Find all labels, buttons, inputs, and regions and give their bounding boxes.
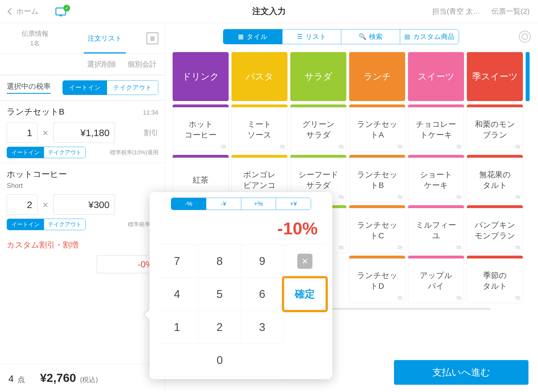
settings-button[interactable]: [519, 31, 531, 43]
bag-icon: 🛍: [397, 295, 403, 301]
mode--¥[interactable]: -¥: [206, 198, 241, 210]
bag-icon: 🛍: [280, 143, 285, 150]
product-tile[interactable]: ミート ソース🛍: [231, 104, 287, 152]
item-takeout-button[interactable]: テイクアウト: [44, 219, 85, 230]
product-tile[interactable]: アップル パイ🛍: [408, 256, 464, 303]
product-tile[interactable]: ランチセッ トC🛍: [349, 205, 405, 253]
product-label: ランチセッ トA: [357, 119, 398, 140]
proceed-payment-button[interactable]: 支払いへ進む: [394, 360, 528, 385]
key-backspace[interactable]: ×: [284, 245, 326, 278]
item-takeout-button[interactable]: テイクアウト: [44, 147, 85, 158]
product-label: ボンゴレ ビアンコ: [243, 169, 276, 191]
category-tile[interactable]: スイーツ: [408, 52, 464, 101]
key-8[interactable]: 8: [198, 245, 241, 278]
item-tax-segment: イートイン テイクアウト: [7, 147, 86, 158]
bag-icon: 🛍: [456, 143, 462, 150]
view-list-button[interactable]: ☰リスト: [282, 29, 341, 44]
product-tile[interactable]: ショート ケーキ🛍: [408, 155, 464, 202]
product-label: ミート ソース: [247, 119, 272, 140]
category-tile[interactable]: ランチ: [349, 52, 405, 101]
product-tile[interactable]: ランチセッ トB🛍: [349, 155, 405, 202]
cart-qty: 4: [8, 373, 14, 384]
eatin-button[interactable]: イートイン: [63, 81, 107, 95]
key-1[interactable]: 1: [156, 311, 198, 344]
product-label: ランチセッ トD: [357, 270, 398, 291]
cart-total: ¥2,760: [40, 371, 76, 385]
list-icon: ☰: [297, 33, 303, 40]
page-title: 注文入力: [252, 6, 286, 17]
tab-slip-info[interactable]: 伝票情報 1名: [0, 23, 70, 53]
view-custom-button[interactable]: ▤カスタム商品: [400, 29, 459, 44]
bag-icon: 🛍: [338, 143, 344, 150]
view-tile-button[interactable]: ▦タイル: [223, 29, 282, 44]
delete-selection-button[interactable]: 選択削除: [87, 59, 116, 69]
category-tile[interactable]: サラダ: [290, 52, 346, 101]
product-tile[interactable]: 季節の タルト🛍: [467, 256, 523, 303]
tickets-link[interactable]: 伝票一覧(2): [491, 6, 530, 16]
category-tile[interactable]: パスタ: [231, 52, 287, 101]
key-7[interactable]: 7: [156, 245, 198, 278]
item-name: ホットコーヒー: [7, 169, 67, 180]
bag-icon: 🛍: [338, 244, 344, 251]
split-bill-button[interactable]: 個別会計: [127, 59, 157, 69]
category-more[interactable]: [526, 52, 530, 101]
product-tile[interactable]: チョコレー トケーキ🛍: [408, 104, 464, 152]
item-variant: Short: [7, 182, 158, 190]
qty-input[interactable]: 1: [7, 123, 38, 143]
tab-extra[interactable]: ≣: [140, 23, 165, 53]
key-5[interactable]: 5: [198, 278, 241, 311]
product-label: アップル パイ: [420, 270, 452, 291]
discount-keypad-popover: -%-¥+%+¥ -10% 789×456確定1230: [150, 192, 332, 379]
order-item[interactable]: ホットコーヒー Short 2 × ¥300 イートイン テイクアウト 標準税率…: [0, 163, 165, 235]
key-4[interactable]: 4: [156, 278, 198, 311]
category-row: ドリンクパスタサラダランチスイーツ季スイーツ: [173, 52, 531, 101]
custom-discount-input[interactable]: -0%: [97, 255, 158, 273]
backspace-icon: ×: [297, 254, 312, 269]
mode--%[interactable]: -%: [171, 198, 206, 210]
product-tile[interactable]: グリーン サラダ🛍: [290, 104, 346, 152]
mode-+%[interactable]: +%: [241, 198, 276, 210]
device-status-button[interactable]: ✓: [55, 8, 66, 15]
view-search-button[interactable]: 🔍検索: [341, 29, 400, 44]
product-tile[interactable]: ランチセッ トA🛍: [349, 104, 405, 152]
item-eatin-button[interactable]: イートイン: [7, 147, 44, 158]
product-tile[interactable]: ランチセッ トD🛍: [349, 256, 405, 303]
bag-icon: 🛍: [397, 194, 403, 200]
key-9[interactable]: 9: [241, 245, 284, 278]
item-eatin-button[interactable]: イートイン: [7, 219, 44, 230]
tab-order-list[interactable]: 注文リスト: [70, 23, 140, 53]
back-label: ホーム: [16, 6, 39, 16]
qty-input[interactable]: 2: [7, 195, 38, 215]
bag-icon: 🛍: [515, 295, 521, 301]
product-tile[interactable]: ミルフィー ユ🛍: [408, 205, 464, 253]
bag-icon: 🛍: [456, 295, 462, 301]
product-label: ランチセッ トB: [357, 169, 398, 191]
discount-mode-segment: -%-¥+%+¥: [171, 198, 311, 210]
category-tile[interactable]: 季スイーツ: [467, 52, 523, 101]
back-button[interactable]: ホーム: [8, 6, 39, 16]
price-input[interactable]: ¥300: [53, 195, 115, 215]
takeout-button[interactable]: テイクアウト: [107, 81, 158, 95]
product-tile[interactable]: 和栗のモン ブラン🛍: [467, 104, 523, 152]
key-0[interactable]: 0: [156, 344, 284, 377]
chevron-left-icon: [7, 8, 14, 15]
product-tile[interactable]: ホット コーヒー🛍: [173, 104, 229, 152]
product-tile[interactable]: 無花果の タルト🛍: [467, 155, 523, 202]
product-label: ミルフィー ユ: [416, 220, 456, 241]
custom-icon: ▤: [404, 33, 410, 40]
mode-+¥[interactable]: +¥: [276, 198, 311, 210]
key-confirm[interactable]: 確定: [284, 278, 326, 311]
product-label: ランチセッ トC: [357, 220, 398, 241]
key-2[interactable]: 2: [198, 311, 241, 344]
tab-slip-info-l2: 1名: [30, 39, 40, 48]
staff-label[interactable]: 担当(青空 太…: [432, 6, 480, 16]
discount-button[interactable]: 割引: [144, 128, 158, 138]
item-time: 11:34: [143, 109, 158, 116]
product-tile[interactable]: パンプキン モンブラン🛍: [467, 205, 523, 253]
key-6[interactable]: 6: [241, 278, 284, 311]
search-icon: 🔍: [359, 33, 366, 40]
key-3[interactable]: 3: [241, 311, 284, 344]
order-item[interactable]: ランチセットB 11:34 1 × ¥1,180 割引 イートイン テイクアウト…: [0, 101, 165, 163]
price-input[interactable]: ¥1,180: [53, 123, 115, 143]
category-tile[interactable]: ドリンク: [173, 52, 229, 101]
